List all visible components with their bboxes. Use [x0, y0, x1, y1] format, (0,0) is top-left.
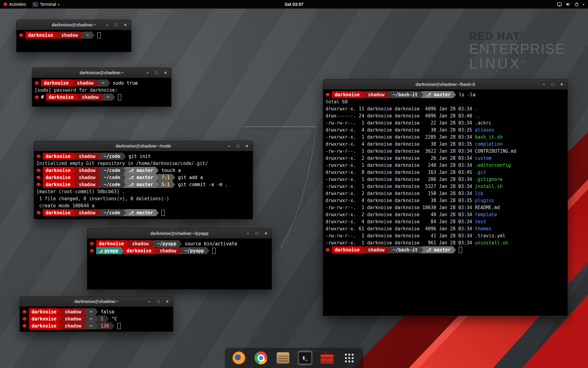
prompt-segment: darknoise — [124, 247, 154, 254]
terminal-line: darknoiseshadow~/code⎇ masterS:1git comm… — [36, 181, 250, 188]
maximize-button[interactable]: □ — [114, 22, 119, 27]
output-text: total 68 — [326, 99, 348, 105]
prompt-segment: ⎇ master — [423, 246, 454, 253]
display-icon — [557, 2, 562, 7]
powerline-arrow — [156, 167, 159, 174]
titlebar[interactable]: darknoise@shadow:~/pyapp – □ × — [87, 228, 272, 239]
system-status-area[interactable]: ▾ — [557, 0, 588, 9]
maximize-button[interactable]: □ — [551, 82, 555, 87]
redhat-icon — [22, 310, 27, 314]
file-name: .editorconfig — [475, 163, 511, 168]
ls-columns: -rw-rw-r--. 1 darknoise darknoise 18630 … — [326, 205, 475, 210]
minimize-button[interactable]: – — [227, 144, 231, 148]
terminal-content[interactable]: darknoiseshadow~ — [17, 30, 131, 40]
power-icon — [574, 2, 579, 7]
dock-item-files[interactable] — [276, 351, 290, 365]
powerline-arrow — [156, 209, 159, 216]
prompt-segment: darknoise — [43, 153, 73, 160]
terminal-line: darknoiseshadow~/bash-it⎇ master — [326, 246, 565, 253]
titlebar[interactable]: darknoise@shadow:~/bash-it – □ × — [323, 79, 567, 90]
prompt-segment: ⎇ master — [126, 167, 156, 174]
maximize-button[interactable]: □ — [236, 144, 240, 148]
terminal-content[interactable]: darknoiseshadow~/pyappsource bin/activat… — [87, 239, 272, 256]
maximize-button[interactable]: □ — [154, 70, 159, 75]
close-button[interactable]: × — [123, 22, 127, 27]
titlebar[interactable]: darknoise@shadow:~ – □ × — [17, 20, 131, 30]
titlebar[interactable]: darknoise@shadow:~/code – □ × — [34, 141, 253, 151]
command-text: sudo true — [113, 80, 138, 86]
close-button[interactable]: × — [165, 299, 169, 304]
minimize-button[interactable]: – — [246, 231, 250, 236]
command-text: git add a — [178, 175, 203, 180]
app-menu-terminal[interactable]: >_ Terminal ▾ — [29, 0, 63, 9]
close-button[interactable]: × — [264, 231, 268, 236]
powerline-arrow — [96, 80, 99, 86]
firefox-icon — [232, 351, 245, 364]
powerline-arrow — [121, 247, 124, 254]
titlebar[interactable]: darknoise@shadow:~ – □ × — [32, 68, 171, 78]
prompt-segment: shadow — [62, 322, 84, 329]
activities-label: Activities — [9, 2, 26, 7]
dock-item-toolbox[interactable] — [320, 351, 334, 365]
powerline-arrow — [84, 323, 87, 329]
ls-columns: drwxrwxr-x. 4 darknoise darknoise 38 Jan… — [326, 127, 475, 133]
maximize-button[interactable]: □ — [156, 299, 160, 304]
redhat-icon — [36, 169, 41, 172]
powerline-arrow — [95, 316, 98, 322]
redhat-icon — [36, 176, 41, 179]
file-name: . — [475, 106, 478, 112]
powerline-arrow — [112, 323, 115, 329]
ls-columns: drwx------. 24 darknoise darknoise 4096 … — [326, 113, 475, 119]
dock-item-firefox[interactable] — [232, 351, 246, 365]
terminal-content[interactable]: darknoiseshadow~/bash-it⎇ masterls -lato… — [323, 90, 567, 255]
ls-columns: -rw-rw-r--. 1 darknoise darknoise 22 Jan… — [326, 120, 475, 126]
powerline-arrow — [95, 309, 98, 315]
minimize-button[interactable]: – — [145, 70, 150, 75]
dock-item-chrome[interactable] — [254, 351, 268, 365]
window-title: darknoise@shadow:~/code — [115, 144, 171, 148]
prompt-segment: darknoise — [46, 94, 76, 101]
powerline-arrow — [387, 91, 390, 98]
titlebar[interactable]: darknoise@shadow:~ – □ × — [20, 297, 173, 307]
prompt-segment: S:1 — [159, 181, 172, 188]
prompt-segment: shadow — [58, 32, 81, 39]
file-name: bash_it.sh — [475, 134, 503, 140]
prompt-segment: darknoise — [332, 91, 362, 98]
terminal-line: -rwxrwxr-x. 1 darknoise darknoise 961 Ja… — [326, 239, 565, 246]
redhat-icon — [36, 183, 41, 186]
close-button[interactable]: × — [560, 82, 564, 87]
terminal-icon: $_ — [298, 352, 312, 364]
clock[interactable]: Sat 03:57 — [285, 2, 303, 7]
powerline-arrow — [151, 240, 154, 247]
prompt-segment: shadow — [76, 174, 98, 181]
ls-columns: drwxrwxr-x. 2 darknoise darknoise 40 Jan… — [326, 212, 475, 217]
prompt-segment: darknoise — [25, 32, 56, 39]
powerline-arrow — [107, 80, 110, 86]
terminal-line: -rwxrwxr-x. 1 darknoise darknoise 206 Ja… — [326, 176, 565, 183]
close-button[interactable]: × — [163, 70, 168, 75]
terminal-content[interactable]: darknoiseshadow~falsedarknoiseshadow~1^C… — [20, 307, 173, 331]
dock-item-terminal[interactable]: $_ — [298, 351, 312, 365]
powerline-arrow — [156, 181, 159, 188]
redhat-icon — [90, 242, 94, 246]
dock: $_ — [225, 348, 363, 368]
minimize-button[interactable]: – — [147, 299, 152, 304]
prompt-segment: pyapp — [96, 247, 121, 254]
powerline-arrow — [126, 240, 129, 247]
prompt-segment: ~/code — [101, 209, 123, 216]
files-icon — [277, 352, 289, 364]
brand-line2: ENTERPRISE — [469, 42, 565, 56]
minimize-button[interactable]: – — [542, 82, 546, 87]
text-cursor — [459, 247, 462, 253]
root-hash: # — [41, 94, 44, 100]
activities-button[interactable]: Activities — [0, 0, 29, 9]
terminal-content[interactable]: darknoiseshadow~/codegit initInitialized… — [34, 151, 253, 218]
terminal-content[interactable]: darknoiseshadow~sudo true[sudo] password… — [32, 78, 171, 102]
dock-item-show-apps[interactable] — [342, 351, 356, 365]
minimize-button[interactable]: – — [105, 22, 110, 27]
brand-line1: RED HAT® — [469, 31, 565, 42]
maximize-button[interactable]: □ — [255, 231, 259, 236]
terminal-line: #darknoiseshadow~ — [35, 94, 169, 101]
redhat-icon — [35, 95, 39, 99]
close-button[interactable]: × — [245, 144, 249, 148]
